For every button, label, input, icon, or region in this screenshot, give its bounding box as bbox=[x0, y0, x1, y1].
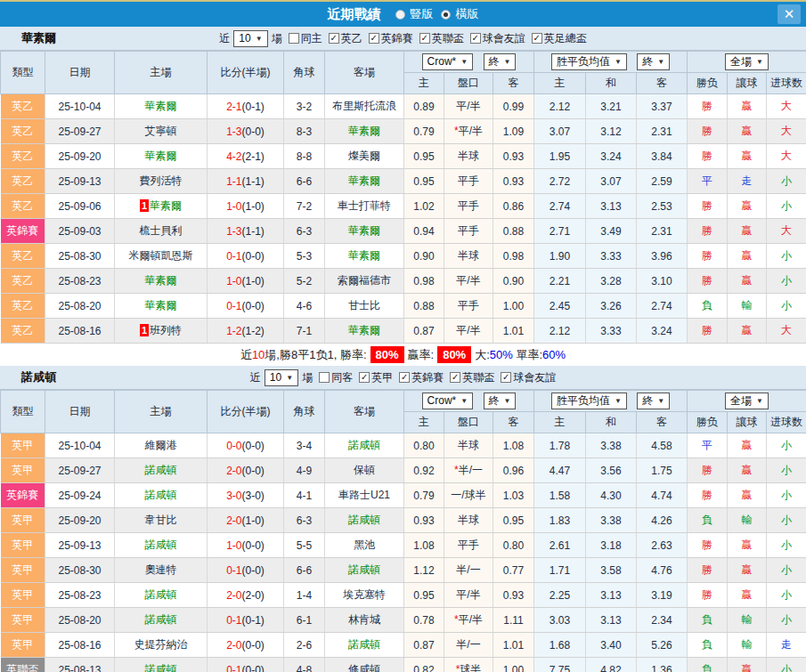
result-wdl: 勝 bbox=[688, 583, 728, 608]
team-name: 諾咸頓 bbox=[21, 369, 56, 385]
result-handicap: 贏 bbox=[728, 483, 767, 508]
scope-select[interactable]: 全場 ▼ bbox=[725, 393, 769, 409]
match-date: 25-08-23 bbox=[45, 269, 115, 294]
result-goals: 大 bbox=[767, 144, 806, 169]
result-handicap: 贏 bbox=[728, 558, 767, 583]
close-button[interactable]: ✕ bbox=[778, 4, 801, 24]
competition-filter-checkbox[interactable]: ✓英甲 bbox=[353, 370, 393, 385]
odds-final-select[interactable]: 終 ▼ bbox=[484, 53, 517, 70]
avg-draw: 3.24 bbox=[586, 144, 637, 169]
result-wdl: 勝 bbox=[688, 144, 728, 169]
handicap: 半球 bbox=[444, 433, 493, 458]
col-corner: 角球 bbox=[284, 391, 325, 433]
avg-select[interactable]: 胜平负均值 ▼ bbox=[551, 53, 627, 70]
result-wdl: 平 bbox=[688, 169, 728, 194]
score: 1-1(1-1) bbox=[208, 169, 284, 194]
avg-home: 2.12 bbox=[534, 319, 586, 344]
avg-away: 5.26 bbox=[637, 633, 688, 658]
avg-home: 3.07 bbox=[534, 119, 586, 144]
away-odds: 1.00 bbox=[493, 658, 534, 672]
avg-home: 1.95 bbox=[534, 144, 586, 169]
result-wdl: 負 bbox=[688, 294, 728, 319]
odds-final-select[interactable]: 終 ▼ bbox=[484, 393, 517, 409]
home-odds: 0.89 bbox=[404, 94, 444, 119]
competition-filter-checkbox[interactable]: ✓英足總盃 bbox=[525, 31, 587, 46]
match-date: 25-08-23 bbox=[45, 583, 115, 608]
same-venue-checkbox[interactable]: 同客 bbox=[313, 370, 353, 385]
corners: 6-6 bbox=[284, 558, 325, 583]
away-team: 諾咸頓 bbox=[325, 508, 404, 533]
score: 0-1(0-0) bbox=[208, 244, 284, 269]
league-type: 英乙 bbox=[1, 94, 45, 119]
match-row: 英甲25-08-23諾咸頓2-0(2-0)1-4埃克塞特0.95平/半0.932… bbox=[1, 583, 806, 608]
league-type: 英甲 bbox=[1, 433, 45, 458]
avg-select[interactable]: 胜平负均值 ▼ bbox=[551, 393, 627, 409]
result-handicap: 贏 bbox=[728, 658, 767, 672]
match-date: 25-09-24 bbox=[45, 483, 115, 508]
avg-final-select[interactable]: 終 ▼ bbox=[637, 393, 670, 409]
avg-draw: 4.82 bbox=[586, 658, 637, 672]
scope-select[interactable]: 全場 ▼ bbox=[725, 53, 769, 70]
corners: 5-2 bbox=[284, 269, 325, 294]
competition-filter-checkbox[interactable]: ✓球會友誼 bbox=[464, 31, 525, 46]
avg-final-select[interactable]: 終 ▼ bbox=[637, 53, 670, 70]
away-odds: 0.98 bbox=[493, 244, 534, 269]
layout-radio-vertical[interactable]: 豎版 bbox=[388, 6, 434, 22]
score: 1-2(1-2) bbox=[208, 319, 284, 344]
rank-badge: 1 bbox=[140, 199, 149, 212]
result-goals: 大 bbox=[767, 319, 806, 344]
match-date: 25-08-16 bbox=[45, 319, 115, 344]
match-row: 英乙25-08-20華素爾0-1(0-0)4-6甘士比0.88平手1.002.4… bbox=[1, 294, 806, 319]
corners: 6-3 bbox=[284, 219, 325, 244]
result-wdl: 勝 bbox=[688, 458, 728, 483]
avg-draw: 4.30 bbox=[586, 483, 637, 508]
away-team: 索爾福德市 bbox=[325, 269, 404, 294]
col-away: 客場 bbox=[325, 52, 404, 94]
home-team: 華素爾 bbox=[115, 144, 208, 169]
match-date: 25-08-20 bbox=[45, 608, 115, 633]
odds-company-select[interactable]: Crow* ▼ bbox=[422, 393, 474, 409]
handicap: 平手 bbox=[444, 294, 493, 319]
result-goals: 走 bbox=[767, 633, 806, 658]
competition-filter-checkbox[interactable]: ✓英錦賽 bbox=[393, 370, 444, 385]
competition-filter-checkbox[interactable]: ✓英錦賽 bbox=[362, 31, 413, 46]
score: 1-0(0-0) bbox=[208, 533, 284, 558]
corners: 4-1 bbox=[284, 483, 325, 508]
layout-radio-horizontal[interactable]: 橫版 bbox=[434, 6, 479, 22]
league-type: 英甲 bbox=[1, 583, 45, 608]
home-team: 梳士貝利 bbox=[115, 219, 208, 244]
away-team: 布里斯托流浪 bbox=[325, 94, 404, 119]
same-venue-checkbox[interactable]: 同主 bbox=[282, 31, 322, 46]
corners: 8-3 bbox=[284, 119, 325, 144]
score: 0-1(0-0) bbox=[208, 294, 284, 319]
col-result-wdl: 勝负 bbox=[688, 73, 728, 94]
avg-draw: 3.18 bbox=[586, 533, 637, 558]
avg-home: 2.12 bbox=[534, 94, 586, 119]
result-handicap: 贏 bbox=[728, 269, 767, 294]
handicap: 平/半 bbox=[444, 269, 493, 294]
summary-walsall: 近10場,勝8平1负1, 勝率: 80% 贏率: 80% 大:50% 單率:60… bbox=[0, 344, 806, 366]
result-wdl: 勝 bbox=[688, 219, 728, 244]
col-home: 主場 bbox=[115, 52, 208, 94]
home-team: 諾咸頓 bbox=[115, 533, 208, 558]
home-team: 華素爾 bbox=[115, 294, 208, 319]
avg-away: 4.74 bbox=[637, 483, 688, 508]
match-count-select[interactable]: 10 ▼ bbox=[265, 369, 298, 386]
league-type: 英乙 bbox=[1, 269, 45, 294]
result-goals: 大 bbox=[767, 119, 806, 144]
competition-filter-checkbox[interactable]: ✓英聯盃 bbox=[444, 370, 494, 385]
home-odds: 1.08 bbox=[404, 533, 444, 558]
competition-filter-checkbox[interactable]: ✓球會友誼 bbox=[494, 370, 556, 385]
odds-company-select[interactable]: Crow* ▼ bbox=[422, 53, 474, 70]
away-team: 諾咸頓 bbox=[325, 558, 404, 583]
competition-filter-checkbox[interactable]: ✓英聯盃 bbox=[413, 31, 464, 46]
match-count-select[interactable]: 10 ▼ bbox=[233, 30, 267, 47]
avg-away: 2.63 bbox=[637, 533, 688, 558]
avg-away: 3.24 bbox=[637, 319, 688, 344]
handicap: 半球 bbox=[444, 508, 493, 533]
competition-filter-checkbox[interactable]: ✓英乙 bbox=[322, 31, 362, 46]
avg-home: 2.45 bbox=[534, 294, 586, 319]
away-team: 華素爾 bbox=[325, 319, 404, 344]
score: 4-2(2-1) bbox=[208, 144, 284, 169]
col-result-goals: 进球数 bbox=[767, 412, 806, 433]
